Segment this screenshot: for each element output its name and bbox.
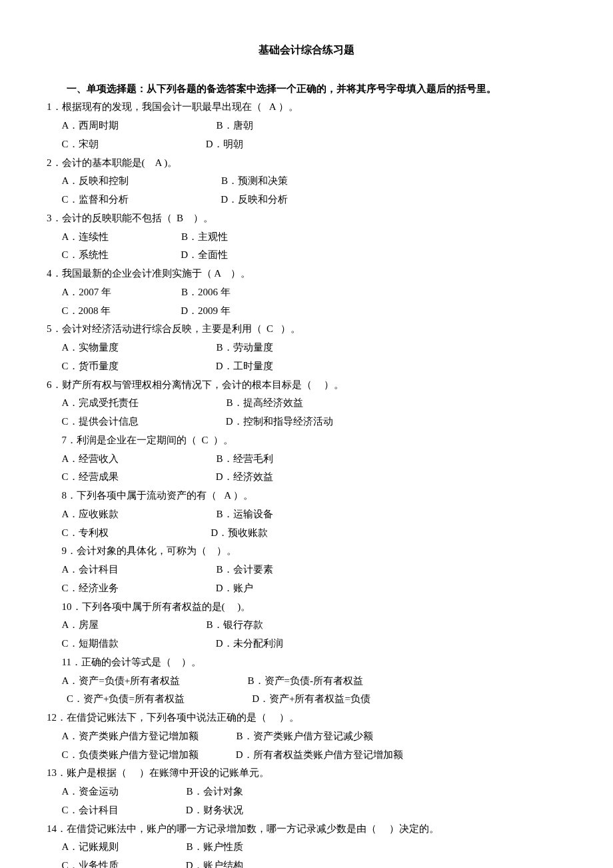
option-row: C．短期借款 D．未分配利润 [47, 635, 566, 653]
option-row: A．实物量度 B．劳动量度 [47, 339, 566, 357]
option-row: C．资产+负债=所有者权益 D．资产+所有者权益=负债 [47, 690, 566, 709]
option-row: A．连续性 B．主观性 [47, 228, 566, 247]
question-stem: 1．根据现有的发现，我国会计一职最早出现在（ A ）。 [47, 98, 566, 117]
question-stem: 6．财产所有权与管理权相分离情况下，会计的根本目标是（ ）。 [47, 376, 566, 395]
option-row: A．经营收入 B．经营毛利 [47, 450, 566, 469]
option-row: C．经营成果 D．经济效益 [47, 468, 566, 487]
option-row: C．系统性 D．全面性 [47, 246, 566, 265]
option-row: C．提供会计信息 D．控制和指导经济活动 [47, 413, 566, 431]
question-stem: 11．正确的会计等式是（ ）。 [47, 653, 566, 672]
question-stem: 9．会计对象的具体化，可称为（ ）。 [47, 542, 566, 561]
section-heading: 一、单项选择题：从下列各题的备选答案中选择一个正确的，并将其序号字母填入题后的括… [47, 80, 566, 99]
question-stem: 8．下列各项中属于流动资产的有（ A ）。 [47, 487, 566, 505]
option-row: C．经济业务 D．账户 [47, 579, 566, 598]
option-row: A．2007 年 B．2006 年 [47, 283, 566, 302]
option-row: A．应收账款 B．运输设备 [47, 505, 566, 524]
option-row: A．资产类账户借方登记增加额 B．资产类账户借方登记减少额 [47, 727, 566, 746]
option-row: A．资金运动 B．会计对象 [47, 783, 566, 801]
option-row: A．西周时期 B．唐朝 [47, 117, 566, 135]
question-stem: 12．在借贷记账法下，下列各项中说法正确的是（ ）。 [47, 709, 566, 727]
option-row: C．专利权 D．预收账款 [47, 524, 566, 543]
question-stem: 2．会计的基本职能是( A )。 [47, 154, 566, 173]
question-stem: 7．利润是企业在一定期间的（ C ）。 [47, 431, 566, 450]
question-stem: 13．账户是根据（ ）在账簿中开设的记账单元。 [47, 764, 566, 783]
option-row: A．房屋 B．银行存款 [47, 616, 566, 635]
option-row: C．2008 年 D．2009 年 [47, 302, 566, 321]
option-row: C．宋朝 D．明朝 [47, 135, 566, 154]
option-row: A．会计科目 B．会计要素 [47, 561, 566, 579]
option-row: A．反映和控制 B．预测和决策 [47, 172, 566, 191]
page: 基础会计综合练习题 一、单项选择题：从下列各题的备选答案中选择一个正确的，并将其… [47, 40, 566, 868]
option-row: C．负债类账户借方登记增加额 D．所有者权益类账户借方登记增加额 [47, 746, 566, 765]
option-row: A．资产=负债+所有者权益 B．资产=负债-所有者权益 [47, 672, 566, 691]
question-stem: 4．我国最新的企业会计准则实施于（ A ）。 [47, 265, 566, 283]
question-stem: 5．会计对经济活动进行综合反映，主要是利用（ C ）。 [47, 320, 566, 339]
question-stem: 10．下列各项中属于所有者权益的是( )。 [47, 598, 566, 617]
question-stem: 14．在借贷记账法中，账户的哪一方记录增加数，哪一方记录减少数是由（ ）决定的。 [47, 820, 566, 839]
question-list: 1．根据现有的发现，我国会计一职最早出现在（ A ）。A．西周时期 B．唐朝C．… [47, 98, 566, 868]
document-title: 基础会计综合练习题 [47, 40, 566, 60]
option-row: A．记账规则 B．账户性质 [47, 838, 566, 857]
option-row: C．会计科目 D．财务状况 [47, 801, 566, 820]
question-stem: 3．会计的反映职能不包括（ B ）。 [47, 209, 566, 228]
option-row: A．完成受托责任 B．提高经济效益 [47, 394, 566, 413]
option-row: C．业务性质 D．账户结构 [47, 857, 566, 868]
option-row: C．监督和分析 D．反映和分析 [47, 191, 566, 209]
option-row: C．货币量度 D．工时量度 [47, 357, 566, 376]
